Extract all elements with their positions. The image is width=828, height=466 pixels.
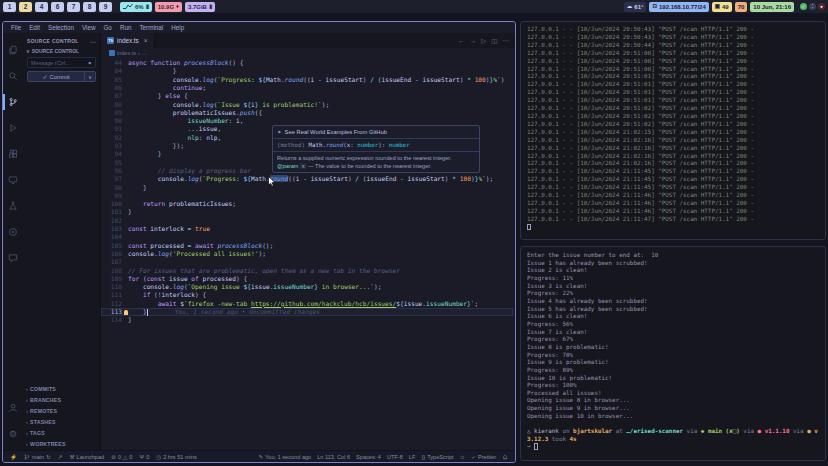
- commit-message-input[interactable]: Message (Ctrl... ✦: [27, 57, 96, 68]
- code-line: 44async function processBlock() {: [101, 59, 513, 67]
- line-number: 102: [101, 217, 122, 225]
- split-editor-icon[interactable]: ◫: [491, 37, 497, 45]
- run-icon[interactable]: ▷: [481, 37, 486, 45]
- port-status[interactable]: Ψ0: [139, 454, 149, 460]
- indentation[interactable]: Spaces: 4: [356, 454, 381, 460]
- close-icon[interactable]: ×: [144, 37, 148, 44]
- terminal-output-line: Progress: 100%: [527, 382, 821, 390]
- network-widget: ⊡192.168.10.77/24: [649, 2, 708, 12]
- terminal-output-line: Enter the issue number to end at: 10: [527, 252, 821, 260]
- menu-help[interactable]: Help: [171, 24, 184, 31]
- section-stashes[interactable]: ›STASHES: [23, 416, 100, 427]
- activity-explorer-icon[interactable]: [3, 37, 23, 63]
- activity-record-circle-icon[interactable]: [3, 219, 23, 245]
- line-number: 97: [101, 175, 122, 183]
- line-number: 96: [101, 167, 122, 175]
- hand-icon[interactable]: ⁚: [809, 3, 816, 10]
- terminal-output-line: Issue 1 has already been scrubbed!: [527, 260, 821, 268]
- workspace-2[interactable]: 2: [19, 2, 32, 12]
- trident-icon: Ψ: [139, 454, 144, 460]
- workspace-4[interactable]: 4: [35, 2, 48, 12]
- breadcrumb[interactable]: index.ts › …: [101, 48, 515, 57]
- record-icon[interactable]: ●: [818, 3, 825, 10]
- volume-widget-value: 70: [738, 4, 745, 10]
- activity-source-control-icon[interactable]: [3, 89, 23, 115]
- check-circle-icon[interactable]: ✓: [800, 3, 807, 10]
- language-mode[interactable]: {}TypeScript: [421, 454, 453, 460]
- terminal-window-server-log[interactable]: 127.0.0.1 - - [10/Jun/2024 20:50:43] "PO…: [520, 21, 826, 240]
- log-line: 127.0.0.1 - - [10/Jun/2024 20:51:02] "PO…: [527, 113, 823, 121]
- code-editor[interactable]: 44async function processBlock() {84 }85 …: [101, 57, 515, 450]
- line-number: 95: [101, 159, 122, 167]
- menu-edit[interactable]: Edit: [29, 24, 40, 31]
- more-actions-icon[interactable]: ⋯: [90, 38, 96, 45]
- code-line: 113 }You, 1 second ago • Uncommitted cha…: [101, 308, 513, 316]
- editor-group: TS index.ts × ←→▷◫⋯ index.ts › … 44async…: [101, 33, 515, 450]
- chevron-right-icon: ›: [26, 386, 28, 392]
- back-icon[interactable]: ←: [458, 37, 465, 44]
- menu-selection[interactable]: Selection: [48, 24, 74, 31]
- section-branches[interactable]: ›BRANCHES: [23, 394, 100, 405]
- activity-chat-icon[interactable]: [3, 245, 23, 271]
- remote-indicator[interactable]: ⚡: [10, 454, 17, 460]
- workspace-7[interactable]: 7: [67, 2, 80, 12]
- log-line: 127.0.0.1 - - [10/Jun/2024 21:02:16] "PO…: [527, 145, 823, 153]
- lightbulb-icon[interactable]: [124, 310, 128, 315]
- typescript-file-icon: [109, 50, 115, 56]
- battery-icon: ▮: [146, 4, 149, 10]
- activity-run-debug-icon[interactable]: [3, 115, 23, 141]
- activity-testing-beaker-icon[interactable]: [3, 193, 23, 219]
- activity-settings-gear-icon[interactable]: ⚙: [3, 421, 23, 447]
- hover-description: Returns a supplied numeric expression ro…: [273, 152, 479, 163]
- hover-param: @param x — The value to be rounded to th…: [273, 163, 479, 172]
- section-remotes[interactable]: ›REMOTES: [23, 405, 100, 416]
- terminal-window-scrubber[interactable]: Enter the issue number to end at: 10Issu…: [520, 246, 826, 461]
- activity-account-icon[interactable]: [3, 395, 23, 421]
- section-tags[interactable]: ›TAGS: [23, 427, 100, 438]
- feedback[interactable]: ☺: [460, 454, 466, 460]
- notifications[interactable]: [502, 454, 508, 460]
- commit-button[interactable]: ✓ Commit ∨: [27, 71, 96, 82]
- workspace-6[interactable]: 6: [51, 2, 64, 12]
- account-icon: [8, 403, 18, 413]
- code-line: 106console.log('Processed all issues!');: [101, 250, 513, 258]
- publish-status[interactable]: ↗: [58, 454, 63, 460]
- menu-run[interactable]: Run: [120, 24, 132, 31]
- section-commits[interactable]: ›COMMITS: [23, 383, 100, 394]
- chevron-right-icon: ›: [26, 397, 28, 403]
- hover-header-link[interactable]: See Real World Examples From GitHub: [285, 129, 387, 135]
- workspace-8[interactable]: 8: [83, 2, 96, 12]
- activity-extensions-icon[interactable]: [3, 141, 23, 167]
- forward-icon[interactable]: →: [470, 37, 477, 44]
- menu-go[interactable]: Go: [103, 24, 111, 31]
- encoding[interactable]: UTF-8: [387, 454, 403, 460]
- git-branch-status[interactable]: main↻: [24, 454, 51, 460]
- menu-file[interactable]: File: [11, 24, 21, 31]
- section-label: BRANCHES: [30, 397, 61, 403]
- workspace-1[interactable]: 1: [3, 2, 16, 12]
- code-line: 111 if (!interlock) {: [101, 291, 513, 299]
- activity-search-icon[interactable]: [3, 63, 23, 89]
- blame-status[interactable]: ✎You, 1 second ago: [258, 454, 311, 460]
- tab-index-ts[interactable]: TS index.ts ×: [101, 33, 155, 48]
- menu-view[interactable]: View: [82, 24, 96, 31]
- launchpad-status[interactable]: ⚒Launchpad: [70, 454, 105, 460]
- source-control-icon: [8, 97, 18, 107]
- activity-remote-explorer-icon[interactable]: [3, 167, 23, 193]
- code-line: 87 } else {: [101, 92, 513, 100]
- more-actions-icon[interactable]: ⋯: [503, 37, 510, 45]
- bell-icon: [502, 454, 508, 460]
- section-worktrees[interactable]: ›WORKTREES: [23, 438, 100, 449]
- workspace-9[interactable]: 9: [99, 2, 112, 12]
- commit-dropdown-chevron[interactable]: ∨: [84, 72, 95, 81]
- terminal-output-line: Progress: 22%: [527, 290, 821, 298]
- menu-terminal[interactable]: Terminal: [139, 24, 163, 31]
- source-control-section-header[interactable]: ∨ SOURCE CONTROL: [23, 46, 100, 55]
- prettier-status[interactable]: ✓Prettier: [471, 454, 496, 460]
- wakatime-status[interactable]: ◷2 hrs 51 mins: [156, 454, 196, 460]
- problems-status[interactable]: ⊘0△0: [111, 454, 132, 460]
- log-line: 127.0.0.1 - - [10/Jun/2024 20:51:00] "PO…: [527, 66, 823, 74]
- cursor-position[interactable]: Ln 113, Col 6: [317, 454, 350, 460]
- eol[interactable]: LF: [409, 454, 416, 460]
- sparkle-icon[interactable]: ✦: [87, 60, 92, 66]
